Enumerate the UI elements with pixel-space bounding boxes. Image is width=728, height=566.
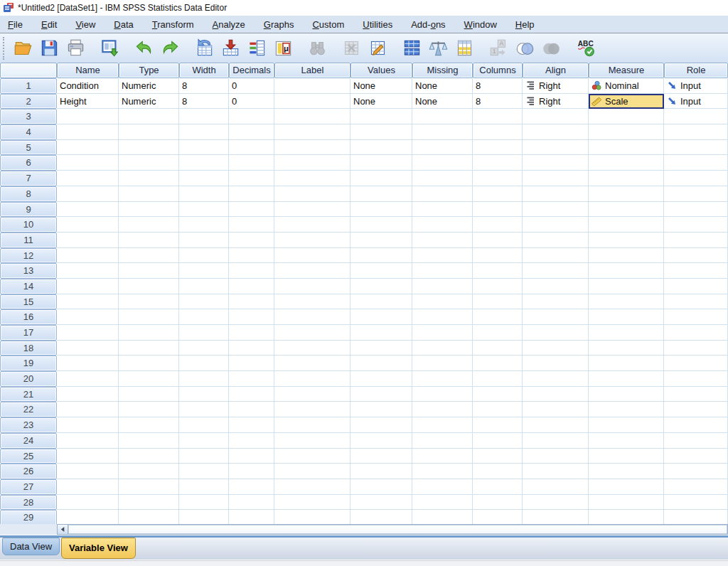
- goto-case-button[interactable]: [191, 36, 218, 60]
- cell-row26-columns[interactable]: [473, 464, 523, 479]
- cell-row6-values[interactable]: [350, 155, 412, 171]
- cell-row15-label[interactable]: [274, 294, 350, 310]
- cell-row4-align[interactable]: [523, 124, 589, 140]
- row-header-12[interactable]: 12: [0, 248, 57, 264]
- cell-row16-label[interactable]: [274, 309, 350, 325]
- cell-row23-values[interactable]: [350, 417, 412, 433]
- column-header-missing[interactable]: Missing: [412, 63, 473, 78]
- cell-row22-values[interactable]: [350, 402, 412, 417]
- cell-row29-values[interactable]: [350, 510, 412, 525]
- row-header-27[interactable]: 27: [0, 479, 57, 495]
- undo-button[interactable]: [131, 36, 157, 60]
- cell-row25-name[interactable]: [57, 449, 119, 464]
- cell-row1-align[interactable]: Right: [523, 78, 589, 94]
- row-header-1[interactable]: 1: [0, 78, 57, 94]
- cell-row15-role[interactable]: [664, 294, 728, 310]
- cell-row11-name[interactable]: [57, 233, 119, 248]
- cell-row23-type[interactable]: [119, 417, 179, 433]
- cell-row11-decimals[interactable]: [229, 233, 274, 248]
- cell-row24-measure[interactable]: [589, 433, 664, 449]
- redo-button[interactable]: [157, 36, 183, 60]
- cell-row24-width[interactable]: [179, 433, 229, 449]
- cell-row2-role[interactable]: Input: [664, 94, 728, 110]
- row-header-10[interactable]: 10: [0, 217, 57, 233]
- cell-row4-decimals[interactable]: [229, 124, 274, 140]
- row-header-23[interactable]: 23: [0, 417, 57, 433]
- cell-row24-decimals[interactable]: [229, 433, 274, 449]
- cell-row6-missing[interactable]: [412, 155, 473, 171]
- cell-row7-name[interactable]: [57, 171, 119, 186]
- cell-row1-columns[interactable]: 8: [473, 78, 523, 94]
- menu-transform[interactable]: Transform: [146, 17, 200, 32]
- cell-row7-columns[interactable]: [473, 171, 523, 186]
- cell-row26-values[interactable]: [350, 464, 412, 479]
- column-header-role[interactable]: Role: [664, 63, 728, 78]
- cell-row16-role[interactable]: [664, 309, 728, 325]
- cell-row22-width[interactable]: [179, 402, 229, 417]
- cell-row9-align[interactable]: [523, 202, 589, 218]
- cell-row26-align[interactable]: [523, 464, 589, 479]
- cell-row28-name[interactable]: [57, 495, 119, 511]
- cell-row5-align[interactable]: [523, 140, 589, 156]
- cell-row22-type[interactable]: [119, 402, 179, 417]
- row-header-9[interactable]: 9: [0, 202, 57, 218]
- cell-row17-align[interactable]: [523, 325, 589, 341]
- cell-row23-measure[interactable]: [589, 417, 664, 433]
- cell-row7-type[interactable]: [119, 171, 179, 186]
- use-variable-sets-button[interactable]: [512, 36, 538, 60]
- grid-corner-cell[interactable]: [0, 63, 57, 78]
- cell-row7-width[interactable]: [179, 171, 229, 186]
- cell-row17-type[interactable]: [119, 325, 179, 341]
- cell-row26-role[interactable]: [664, 464, 728, 479]
- cell-row7-decimals[interactable]: [229, 171, 274, 186]
- column-header-name[interactable]: Name: [57, 63, 119, 78]
- cell-row24-type[interactable]: [119, 433, 179, 449]
- cell-row18-role[interactable]: [664, 341, 728, 356]
- cell-row21-align[interactable]: [523, 387, 589, 402]
- row-header-4[interactable]: 4: [0, 124, 57, 140]
- cell-row1-name[interactable]: Condition: [57, 78, 119, 94]
- cell-row23-name[interactable]: [57, 417, 119, 433]
- cell-row12-name[interactable]: [57, 248, 119, 264]
- cell-row8-name[interactable]: [57, 186, 119, 202]
- cell-row21-measure[interactable]: [589, 387, 664, 402]
- menu-custom[interactable]: Custom: [306, 17, 350, 32]
- cell-row13-missing[interactable]: [412, 263, 473, 279]
- cell-row2-type[interactable]: Numeric: [119, 94, 179, 110]
- cell-row22-measure[interactable]: [589, 402, 664, 417]
- cell-row19-values[interactable]: [350, 356, 412, 371]
- column-header-width[interactable]: Width: [179, 63, 229, 78]
- cell-row28-label[interactable]: [274, 495, 350, 511]
- cell-row19-decimals[interactable]: [229, 356, 274, 371]
- cell-row2-label[interactable]: [274, 94, 350, 110]
- cell-row20-role[interactable]: [664, 371, 728, 387]
- cell-row5-values[interactable]: [350, 140, 412, 156]
- menu-file[interactable]: File: [1, 17, 29, 32]
- cell-row2-values[interactable]: None: [350, 94, 412, 110]
- cell-row9-columns[interactable]: [473, 202, 523, 218]
- cell-row12-columns[interactable]: [473, 248, 523, 264]
- row-header-25[interactable]: 25: [0, 449, 57, 464]
- row-header-22[interactable]: 22: [0, 402, 57, 417]
- cell-row11-values[interactable]: [350, 233, 412, 248]
- cell-row15-name[interactable]: [57, 294, 119, 310]
- cell-row14-name[interactable]: [57, 279, 119, 294]
- cell-row3-width[interactable]: [179, 109, 229, 124]
- cell-row4-measure[interactable]: [589, 124, 664, 140]
- cell-row22-label[interactable]: [274, 402, 350, 417]
- cell-row7-label[interactable]: [274, 171, 350, 186]
- cell-row26-type[interactable]: [119, 464, 179, 479]
- cell-row21-label[interactable]: [274, 387, 350, 402]
- cell-row17-decimals[interactable]: [229, 325, 274, 341]
- cell-row16-values[interactable]: [350, 309, 412, 325]
- cell-row16-decimals[interactable]: [229, 309, 274, 325]
- row-header-5[interactable]: 5: [0, 140, 57, 156]
- cell-row24-values[interactable]: [350, 433, 412, 449]
- goto-variable-button[interactable]: [218, 36, 244, 60]
- cell-row24-role[interactable]: [664, 433, 728, 449]
- save-button[interactable]: [36, 36, 63, 60]
- cell-row19-missing[interactable]: [412, 356, 473, 371]
- open-data-button[interactable]: [10, 36, 36, 60]
- cell-row7-missing[interactable]: [412, 171, 473, 186]
- cell-row27-label[interactable]: [274, 479, 350, 495]
